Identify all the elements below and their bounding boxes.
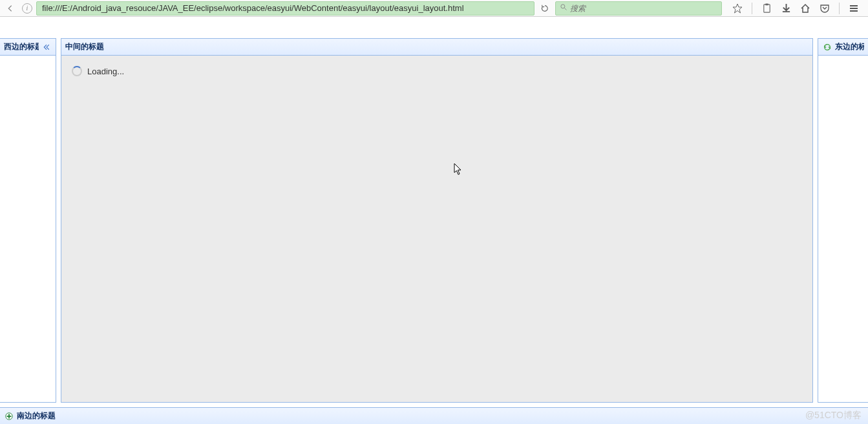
divider [752,3,752,14]
panel-east-title: 东边的标题 [835,41,864,52]
loading-text: Loading... [87,67,124,76]
panel-east-header: 东边的标题 [818,39,868,56]
panel-center-body: Loading... [61,56,812,402]
panel-west-header: 西边的标题 [0,39,56,56]
reload-icon [540,4,549,13]
clipboard-icon[interactable] [761,3,772,14]
collapse-west-button[interactable] [41,42,52,52]
search-icon [560,3,567,13]
layout-container: 西边的标题 中间的标题 Loading... [0,38,868,424]
panel-west-title: 西边的标题 [4,41,39,52]
pocket-icon[interactable] [820,3,830,14]
panel-south-header: 南边的标题 [0,408,868,424]
info-icon[interactable]: i [22,3,32,14]
panel-south: 南边的标题 [0,407,868,424]
url-bar[interactable]: file:///E:/Android_java_resouce/JAVA_EE/… [36,1,535,16]
home-icon[interactable] [800,3,810,14]
svg-rect-2 [765,3,768,5]
menu-icon[interactable] [849,3,859,14]
url-text: file:///E:/Android_java_resouce/JAVA_EE/… [42,3,529,13]
panel-east-body [818,56,868,402]
refresh-icon[interactable] [822,42,832,52]
svg-rect-1 [763,5,769,12]
add-icon[interactable] [4,411,14,421]
search-bar[interactable] [555,1,722,16]
content-area: 西边的标题 中间的标题 Loading... [0,17,868,424]
panel-east: 东边的标题 [818,38,868,403]
star-icon[interactable] [732,3,743,14]
panel-center: 中间的标题 Loading... [61,38,813,403]
panel-west-body [0,56,56,402]
chevron-double-left-icon [43,43,50,51]
panel-west: 西边的标题 [0,38,56,403]
panel-center-header: 中间的标题 [61,39,812,56]
download-icon[interactable] [781,3,791,14]
svg-point-0 [561,5,565,8]
loading-indicator: Loading... [72,66,124,76]
panel-center-title: 中间的标题 [65,41,809,52]
reload-button[interactable] [538,2,551,15]
nav-back-button[interactable] [3,1,18,16]
panel-south-title: 南边的标题 [17,410,864,421]
browser-toolbar: i file:///E:/Android_java_resouce/JAVA_E… [0,0,868,17]
toolbar-icons [726,3,865,14]
divider [839,3,840,14]
layout-main: 西边的标题 中间的标题 Loading... [0,38,868,403]
arrow-left-icon [6,4,15,13]
spinner-icon [72,66,82,76]
search-input[interactable] [570,4,717,13]
